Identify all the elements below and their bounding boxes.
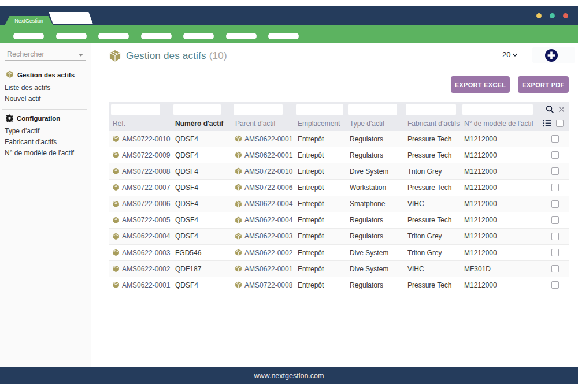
table-row: AMS0622-0003FGD546AMS0622-0002EntrepôtDi… xyxy=(109,245,569,261)
asset-ref-link[interactable]: AMS0622-0001 xyxy=(109,281,171,289)
sidebar-search-select[interactable]: Rechercher xyxy=(5,49,86,61)
box-icon xyxy=(235,281,242,289)
asset-type: Regulators xyxy=(346,232,403,240)
asset-parent-link[interactable]: AMS0722-0010 xyxy=(231,167,294,176)
sidebar-section-gestion[interactable]: Gestion des actifs xyxy=(0,69,91,81)
asset-parent-link[interactable]: AMS0622-0002 xyxy=(231,249,294,257)
asset-ref-link[interactable]: AMS0722-0006 xyxy=(109,200,171,208)
sidebar-item[interactable]: Fabricant d'actifs xyxy=(0,137,91,148)
asset-manufacturer: Triton Grey xyxy=(403,232,460,240)
nav-item-placeholder[interactable] xyxy=(226,33,257,39)
nav-item-placeholder[interactable] xyxy=(56,33,87,39)
asset-parent-link[interactable]: AMS0622-0004 xyxy=(231,216,294,224)
sidebar-item[interactable]: Liste des actifs xyxy=(0,83,91,94)
row-checkbox[interactable] xyxy=(551,151,559,159)
filter-input[interactable] xyxy=(348,104,397,115)
asset-type: Smatphone xyxy=(346,200,403,208)
add-asset-button[interactable] xyxy=(532,47,575,63)
asset-model: M1212000 xyxy=(460,184,536,192)
window-dot-green[interactable] xyxy=(550,13,555,18)
row-checkbox[interactable] xyxy=(551,200,559,208)
filter-input[interactable] xyxy=(173,104,221,115)
row-checkbox[interactable] xyxy=(551,135,559,143)
nav-item-placeholder[interactable] xyxy=(141,33,172,39)
asset-ref-link[interactable]: AMS0722-0008 xyxy=(109,167,171,176)
asset-ref-link[interactable]: AMS0722-0007 xyxy=(109,184,171,192)
column-header[interactable]: N° de modèle de l'actif xyxy=(460,120,536,128)
export-excel-button[interactable]: EXPORT EXCEL xyxy=(451,76,510,93)
asset-location: Entrepôt xyxy=(294,232,346,240)
asset-type: Workstation xyxy=(346,184,403,192)
select-all-checkbox[interactable] xyxy=(556,120,564,127)
browser-tab-title: NextGestion xyxy=(14,18,43,24)
clear-filter-icon[interactable] xyxy=(558,106,565,113)
column-header[interactable]: Type d'actif xyxy=(346,120,403,128)
asset-parent-link[interactable]: AMS0622-0003 xyxy=(231,232,294,240)
nav-item-placeholder[interactable] xyxy=(98,33,129,39)
page-size-select[interactable]: 20 xyxy=(494,49,519,61)
filter-input[interactable] xyxy=(406,104,456,115)
filter-input[interactable] xyxy=(462,104,533,115)
row-checkbox[interactable] xyxy=(551,233,559,240)
column-header[interactable]: Emplacement xyxy=(294,120,346,128)
asset-ref-link[interactable]: AMS0722-0005 xyxy=(109,216,171,224)
sidebar-search-placeholder: Rechercher xyxy=(7,50,45,58)
asset-manufacturer: Pressure Tech xyxy=(403,135,460,143)
asset-model: M1212000 xyxy=(460,232,536,240)
column-header[interactable]: Numéro d'actif xyxy=(171,120,231,128)
sidebar-section-configuration[interactable]: Configuration xyxy=(0,113,91,124)
asset-ref-link[interactable]: AMS0622-0003 xyxy=(109,249,171,257)
nav-item-placeholder[interactable] xyxy=(268,33,299,39)
row-checkbox[interactable] xyxy=(551,281,559,289)
row-checkbox[interactable] xyxy=(551,167,559,175)
box-icon xyxy=(235,249,242,256)
asset-type: Dive System xyxy=(346,249,403,257)
sidebar-item[interactable]: Type d'actif xyxy=(0,126,91,137)
nav-item-placeholder[interactable] xyxy=(183,33,214,39)
nav-item-placeholder[interactable] xyxy=(13,33,44,39)
table-row: AMS0722-0009QDSF4AMS0622-0001EntrepôtReg… xyxy=(109,147,569,163)
filter-input[interactable] xyxy=(296,104,343,115)
asset-number: QDSF4 xyxy=(171,281,231,289)
box-icon xyxy=(235,184,242,191)
row-checkbox[interactable] xyxy=(551,184,559,191)
filter-input[interactable] xyxy=(111,104,160,115)
page-head: Gestion des actifs(10) 20 xyxy=(91,43,578,76)
table-row: AMS0622-0001QDSF4AMS0722-0008EntrepôtReg… xyxy=(109,277,569,293)
window-dot-yellow[interactable] xyxy=(536,13,542,18)
asset-ref-link[interactable]: AMS0622-0002 xyxy=(109,265,171,273)
asset-ref-link[interactable]: AMS0722-0009 xyxy=(109,151,171,159)
asset-parent-link[interactable]: AMS0622-0004 xyxy=(231,200,294,208)
asset-ref-link[interactable]: AMS0622-0004 xyxy=(109,232,171,240)
box-icon xyxy=(112,167,120,175)
asset-parent-link[interactable]: AMS0622-0001 xyxy=(231,135,294,143)
column-header[interactable]: Réf. xyxy=(109,120,171,128)
row-checkbox[interactable] xyxy=(551,265,559,272)
browser-tab-nextgestion[interactable]: NextGestion xyxy=(5,16,53,25)
assets-table: Réf.Numéro d'actifParent d'actifEmplacem… xyxy=(109,102,569,293)
filter-input[interactable] xyxy=(234,104,283,115)
asset-parent-link[interactable]: AMS0622-0001 xyxy=(231,151,294,159)
asset-parent-link[interactable]: AMS0722-0006 xyxy=(231,184,294,192)
asset-model: M1212000 xyxy=(460,216,536,224)
window-dot-red[interactable] xyxy=(563,13,568,18)
export-pdf-button[interactable]: EXPORT PDF xyxy=(518,76,569,93)
box-icon xyxy=(235,200,242,208)
plus-icon xyxy=(545,49,558,62)
columns-icon[interactable] xyxy=(543,120,551,127)
asset-parent-link[interactable]: AMS0722-0008 xyxy=(231,281,294,289)
column-header[interactable]: Fabricant d'actifs xyxy=(403,120,460,128)
search-icon[interactable] xyxy=(546,105,554,114)
row-checkbox[interactable] xyxy=(551,216,559,224)
sidebar-item[interactable]: Nouvel actif xyxy=(0,94,91,104)
column-header[interactable]: Parent d'actif xyxy=(231,120,294,128)
box-icon xyxy=(112,233,120,240)
browser-tab-blank[interactable] xyxy=(49,12,93,24)
page-count: (10) xyxy=(209,50,227,61)
asset-ref-link[interactable]: AMS0722-0010 xyxy=(109,135,171,143)
row-checkbox[interactable] xyxy=(551,249,559,256)
asset-parent-link[interactable]: AMS0622-0001 xyxy=(231,265,294,273)
asset-location: Entrepôt xyxy=(294,249,346,257)
asset-location: Entrepôt xyxy=(294,265,346,273)
sidebar-item[interactable]: N° de modèle de l'actif xyxy=(0,148,91,159)
